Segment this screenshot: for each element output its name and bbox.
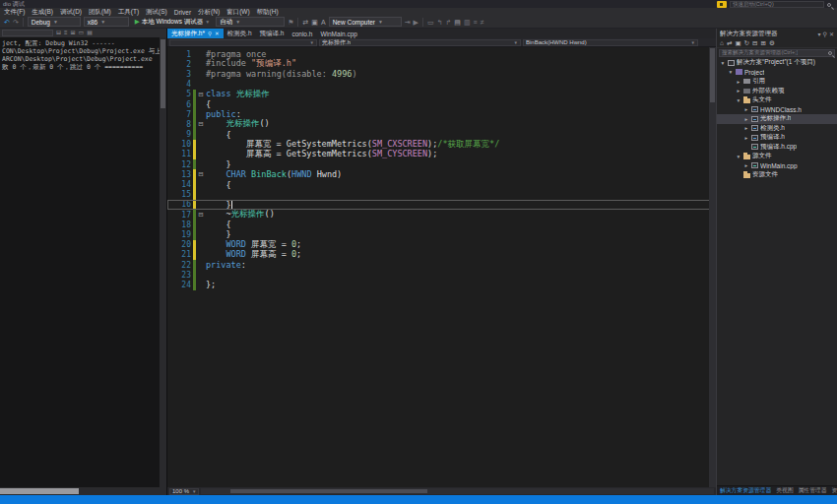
output-goto-icon[interactable]: ⊞ bbox=[71, 30, 76, 36]
editor-zoom-combo[interactable]: 100 %▼ bbox=[169, 488, 199, 495]
code-line[interactable]: 24}; bbox=[167, 280, 716, 289]
output-log[interactable]: ject, 配置: Debug Win32 ------CON\Desktop\… bbox=[0, 37, 166, 487]
code-line[interactable]: 12 } bbox=[167, 159, 716, 169]
menu-item-n[interactable]: 分析(N) bbox=[198, 8, 220, 17]
target-device-combo[interactable]: New Computer▼ bbox=[329, 17, 402, 27]
code-line[interactable]: 5⊟class 光标操作 bbox=[167, 90, 716, 99]
attach-mode-combo[interactable]: 自动▼ bbox=[216, 17, 285, 27]
fold-collapse-icon[interactable]: ⊟ bbox=[196, 119, 206, 129]
editor-tab[interactable]: WinMain.cpp bbox=[316, 29, 361, 38]
close-icon[interactable]: ✕ bbox=[829, 31, 834, 37]
tool-window-tab[interactable]: 属性管理器 bbox=[799, 486, 827, 495]
menu-item-d[interactable]: 调试(D) bbox=[60, 8, 82, 17]
scrollbar-thumb[interactable] bbox=[710, 48, 715, 102]
refresh-icon[interactable]: ↻ bbox=[744, 39, 749, 47]
tool-window-tab[interactable]: 解决方案资源管理器 bbox=[720, 486, 771, 495]
device-window-icon[interactable]: ▣ bbox=[311, 18, 318, 27]
chevron-collapsed-icon[interactable]: ▸ bbox=[743, 116, 749, 122]
quick-launch-input[interactable]: 快速启动(Ctrl+Q) bbox=[730, 1, 824, 8]
save-icon[interactable]: ▤ bbox=[454, 18, 461, 27]
code-line[interactable]: 2#include "预编译.h" bbox=[167, 59, 716, 69]
tree-item[interactable]: ▸外部依赖项 bbox=[717, 87, 837, 96]
tool-window-tab[interactable]: 类视图 bbox=[776, 486, 793, 495]
nav-project-combo[interactable]: ▼ bbox=[169, 39, 317, 46]
tree-item[interactable]: ▾解决方案“Project”(1 个项目) bbox=[717, 58, 837, 68]
code-line[interactable]: 18 { bbox=[167, 220, 716, 229]
menu-item-s[interactable]: 测试(S) bbox=[146, 8, 167, 17]
show-all-files-icon[interactable]: ⊞ bbox=[760, 39, 765, 47]
menu-item-b[interactable]: 生成(B) bbox=[32, 8, 53, 17]
menu-item-m[interactable]: 团队(M) bbox=[89, 8, 111, 17]
code-line[interactable]: 6{ bbox=[167, 99, 716, 109]
collapse-all-icon[interactable]: ⊟ bbox=[752, 39, 757, 47]
menu-item-driver[interactable]: Driver bbox=[174, 9, 191, 16]
chevron-collapsed-icon[interactable]: ▸ bbox=[736, 79, 741, 85]
switch-views-icon[interactable]: ⇄ bbox=[727, 39, 732, 47]
home-icon[interactable]: ⌂ bbox=[720, 39, 724, 46]
search-icon[interactable] bbox=[827, 3, 831, 7]
scrollbar-thumb[interactable] bbox=[0, 488, 79, 494]
chevron-collapsed-icon[interactable]: ▸ bbox=[743, 106, 749, 112]
comment-icon[interactable]: ≡ bbox=[474, 18, 478, 27]
solution-platform-combo[interactable]: x86▼ bbox=[84, 17, 129, 27]
tree-item[interactable]: 预编译.h.cpp bbox=[717, 143, 837, 153]
chevron-expanded-icon[interactable]: ▾ bbox=[736, 154, 741, 159]
navigate-forward-icon[interactable]: ↱ bbox=[445, 18, 451, 27]
chevron-expanded-icon[interactable]: ▾ bbox=[736, 97, 741, 103]
navigate-back-icon[interactable]: ↰ bbox=[437, 18, 443, 27]
chevron-expanded-icon[interactable]: ▾ bbox=[728, 69, 734, 75]
tree-item[interactable]: ▸WinMain.cpp bbox=[717, 161, 837, 171]
code-line[interactable]: 11 屏幕高 = GetSystemMetrics(SM_CYSCREEN); bbox=[167, 150, 716, 159]
menu-item-w[interactable]: 窗口(W) bbox=[226, 8, 249, 17]
scrollbar-thumb[interactable] bbox=[161, 39, 165, 108]
redo-icon[interactable]: ↷ bbox=[13, 18, 19, 27]
tree-item[interactable]: ▸光标操作.h bbox=[717, 114, 837, 124]
tree-item[interactable]: ▾头文件 bbox=[717, 95, 837, 105]
tree-item[interactable]: ▸引用 bbox=[717, 77, 837, 87]
code-line[interactable]: 17⊟ ~光标操作() bbox=[167, 210, 716, 220]
tree-item[interactable]: ▸检测类.h bbox=[717, 124, 837, 134]
pin-icon[interactable]: ⚲ bbox=[208, 31, 212, 36]
solution-configuration-combo[interactable]: Debug▼ bbox=[28, 17, 81, 27]
tree-item[interactable]: ▾源文件 bbox=[717, 152, 837, 161]
editor-vertical-scrollbar[interactable] bbox=[709, 47, 716, 487]
notification-badge-icon[interactable] bbox=[717, 1, 727, 8]
code-line[interactable]: 3#pragma warning(disable: 4996) bbox=[167, 69, 716, 79]
window-menu-icon[interactable]: ▾ bbox=[818, 31, 821, 37]
code-line[interactable]: 15 bbox=[167, 190, 716, 200]
fold-collapse-icon[interactable]: ⊟ bbox=[196, 90, 206, 99]
save-all-icon[interactable]: ▥ bbox=[464, 18, 471, 27]
output-wrap-icon[interactable]: ≡ bbox=[64, 30, 68, 36]
chevron-collapsed-icon[interactable]: ▸ bbox=[743, 125, 749, 131]
chevron-collapsed-icon[interactable]: ▸ bbox=[743, 135, 749, 141]
undo-icon[interactable]: ↶ bbox=[4, 18, 10, 27]
flag-icon[interactable]: ⚑ bbox=[288, 18, 293, 27]
fold-collapse-icon[interactable]: ⊟ bbox=[196, 169, 206, 179]
solution-search-input[interactable]: 搜索解决方案资源管理器(Ctrl+;) bbox=[719, 49, 835, 57]
code-line[interactable]: 8⊟ 光标操作() bbox=[167, 119, 716, 129]
tool-window-tab[interactable]: 资源视图 bbox=[832, 486, 837, 495]
code-line[interactable]: 21 WORD 屏幕高 = 0; bbox=[167, 250, 716, 260]
menu-item-t[interactable]: 工具(T) bbox=[118, 8, 139, 17]
deploy-icon[interactable]: ⇥ bbox=[405, 18, 411, 27]
tree-item[interactable]: 资源文件 bbox=[717, 170, 837, 180]
chevron-collapsed-icon[interactable]: ▸ bbox=[736, 88, 741, 94]
nav-type-combo[interactable]: 光标操作.h▼ bbox=[319, 39, 521, 46]
editor-horizontal-scrollbar[interactable] bbox=[201, 488, 714, 494]
tree-item[interactable]: ▸预编译.h bbox=[717, 133, 837, 143]
code-line[interactable]: 23 bbox=[167, 270, 716, 280]
editor-tab[interactable]: conio.h bbox=[288, 29, 316, 38]
scrollbar-thumb[interactable] bbox=[230, 489, 427, 493]
tree-item[interactable]: ▾Project bbox=[717, 68, 837, 78]
output-vertical-scrollbar[interactable] bbox=[160, 37, 166, 487]
editor-tab[interactable]: 预编译.h bbox=[256, 29, 289, 38]
menu-item-f[interactable]: 文件(F) bbox=[4, 8, 25, 17]
editor-tab[interactable]: 检测类.h bbox=[224, 29, 256, 38]
output-source-combo[interactable] bbox=[2, 30, 53, 36]
editor-tab[interactable]: 光标操作.h*⚲✕ bbox=[167, 29, 224, 38]
output-clear-icon[interactable]: ⊟ bbox=[56, 30, 61, 36]
code-editor[interactable]: 1#pragma once2#include "预编译.h"3#pragma w… bbox=[167, 47, 716, 487]
output-pin-icon[interactable]: ▭ bbox=[79, 30, 85, 36]
menu-item-h[interactable]: 帮助(H) bbox=[257, 8, 279, 17]
properties-icon[interactable]: ⚙ bbox=[769, 39, 775, 47]
